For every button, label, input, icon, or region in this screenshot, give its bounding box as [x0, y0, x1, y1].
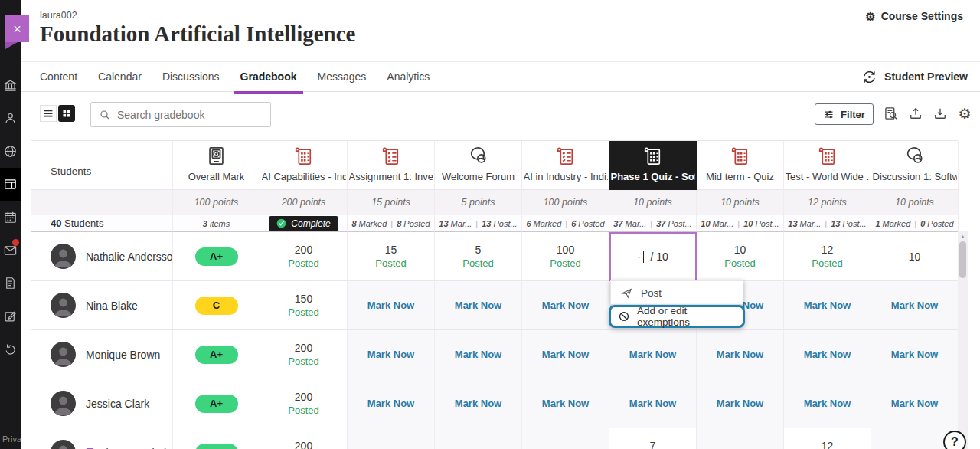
column-header-6[interactable]: Mid term - Quiz: [697, 141, 784, 190]
students-column-header[interactable]: Students: [31, 141, 173, 190]
mark-now-link[interactable]: Mark Now: [368, 349, 414, 360]
mark-now-link[interactable]: Mark Now: [368, 398, 414, 409]
mark-now-link[interactable]: Mark Now: [368, 300, 414, 311]
score-cell[interactable]: Mark Now: [609, 379, 697, 428]
score-cell[interactable]: Mark Now: [609, 330, 697, 379]
vertical-scrollbar[interactable]: ▲: [958, 231, 968, 449]
column-header-7[interactable]: Test - World Wide ...: [784, 141, 871, 190]
score-cell[interactable]: 200Posted: [260, 428, 348, 449]
institution-icon[interactable]: [0, 69, 21, 102]
grid-view-icon[interactable]: [58, 105, 75, 122]
score-cell[interactable]: Mark Now: [784, 379, 871, 428]
scrollbar-thumb[interactable]: [959, 241, 966, 278]
download-icon[interactable]: [932, 105, 949, 122]
menu-item-post[interactable]: Post: [611, 281, 743, 304]
mark-now-link[interactable]: Mark Now: [717, 398, 763, 409]
upload-icon[interactable]: [907, 105, 924, 122]
tab-discussions[interactable]: Discussions: [162, 62, 220, 91]
score-cell[interactable]: 150Posted: [260, 281, 348, 330]
score-cell[interactable]: Mark Now: [435, 281, 522, 330]
student-cell[interactable]: Florence Clark: [31, 428, 173, 449]
score-cell[interactable]: Mark Now: [348, 428, 435, 449]
overall-grade-cell[interactable]: A+: [173, 330, 260, 379]
score-cell[interactable]: Mark Now: [522, 428, 609, 449]
score-cell[interactable]: Mark Now: [348, 330, 435, 379]
score-cell[interactable]: 12Posted: [784, 232, 871, 281]
score-cell[interactable]: Mark Now: [697, 428, 784, 449]
score-cell[interactable]: Mark Now: [784, 281, 871, 330]
student-cell[interactable]: Nathalie Andersson: [31, 232, 173, 281]
mark-now-link[interactable]: Mark Now: [804, 349, 851, 360]
mark-now-link[interactable]: Mark Now: [891, 398, 938, 409]
mark-now-link[interactable]: Mark Now: [891, 349, 938, 360]
grade-edit-cell[interactable]: -/ 10: [609, 232, 697, 281]
profile-icon[interactable]: [0, 102, 21, 135]
tab-content[interactable]: Content: [40, 62, 77, 91]
column-header-5[interactable]: Phase 1 Quiz - Soft...: [609, 141, 697, 190]
mark-now-link[interactable]: Mark Now: [629, 398, 676, 409]
overall-grade-cell[interactable]: A+: [173, 232, 260, 281]
score-cell[interactable]: Mark Now: [784, 330, 871, 379]
column-header-3[interactable]: Welcome Forum: [435, 141, 522, 190]
mark-now-link[interactable]: Mark Now: [804, 398, 851, 409]
score-cell[interactable]: 10Posted: [697, 232, 784, 281]
search-input[interactable]: [117, 109, 270, 121]
messages-icon[interactable]: [0, 234, 21, 267]
help-button[interactable]: ?: [943, 431, 966, 449]
student-cell[interactable]: Nina Blake: [31, 281, 173, 330]
scroll-up-arrow[interactable]: ▲: [958, 231, 968, 239]
courses-icon[interactable]: [0, 168, 21, 201]
calendar-icon[interactable]: [0, 201, 21, 234]
mark-now-link[interactable]: Mark Now: [542, 300, 589, 311]
score-cell[interactable]: 7Posted: [609, 428, 697, 449]
mark-now-link[interactable]: Mark Now: [455, 349, 501, 360]
column-header-1[interactable]: AI Capabilities - Ind...: [260, 141, 348, 190]
mark-now-link[interactable]: Mark Now: [717, 349, 763, 360]
overall-grade-cell[interactable]: A+: [173, 379, 260, 428]
settings-gear-icon[interactable]: ⚙: [956, 105, 973, 122]
score-cell[interactable]: Mark Now: [522, 330, 609, 379]
score-cell[interactable]: 10: [871, 232, 959, 281]
student-preview-button[interactable]: Student Preview: [861, 69, 968, 85]
score-cell[interactable]: Mark Now: [697, 379, 784, 428]
score-cell[interactable]: Mark Now: [435, 330, 522, 379]
close-course-button[interactable]: ×: [5, 15, 29, 42]
tab-calendar[interactable]: Calendar: [98, 62, 142, 91]
tab-gradebook[interactable]: Gradebook: [240, 62, 297, 91]
score-cell[interactable]: Mark Now: [871, 379, 959, 428]
column-header-2[interactable]: Assignment 1: Inve...: [348, 141, 435, 190]
sign-out-icon[interactable]: [0, 333, 21, 365]
student-cell[interactable]: Jessica Clark: [31, 379, 173, 428]
filter-button[interactable]: Filter: [815, 103, 874, 125]
score-cell[interactable]: Mark Now: [522, 281, 609, 330]
list-view-icon[interactable]: [40, 105, 57, 122]
score-cell[interactable]: 200Posted: [260, 379, 348, 428]
score-cell[interactable]: Mark Now: [871, 330, 959, 379]
search-report-icon[interactable]: [883, 105, 900, 122]
course-settings-button[interactable]: ⚙ Course Settings: [865, 10, 963, 22]
score-cell[interactable]: Mark Now: [435, 379, 522, 428]
mark-now-link[interactable]: Mark Now: [629, 349, 676, 360]
score-cell[interactable]: Mark Now: [697, 330, 784, 379]
menu-item-exemptions[interactable]: Add or edit exemptions: [609, 305, 745, 328]
score-cell[interactable]: 100Posted: [522, 232, 609, 281]
column-header-overall-mark[interactable]: ★Overall Mark: [173, 141, 260, 190]
mark-now-link[interactable]: Mark Now: [455, 398, 501, 409]
mark-now-link[interactable]: Mark Now: [804, 300, 851, 311]
grades-icon[interactable]: [0, 267, 21, 300]
student-cell[interactable]: Monique Brown: [31, 330, 173, 379]
column-header-8[interactable]: Discussion 1: Softw.: [871, 141, 959, 190]
globe-icon[interactable]: [0, 135, 21, 168]
score-cell[interactable]: 5Posted: [435, 232, 522, 281]
mark-now-link[interactable]: Mark Now: [455, 300, 501, 311]
overall-grade-cell[interactable]: [173, 428, 260, 449]
mark-now-link[interactable]: Mark Now: [891, 300, 938, 311]
score-cell[interactable]: Mark Now: [871, 281, 959, 330]
score-cell[interactable]: Mark Now: [348, 379, 435, 428]
privacy-link[interactable]: Priva: [2, 434, 21, 444]
tab-messages[interactable]: Messages: [317, 62, 366, 91]
score-cell[interactable]: 12Posted: [784, 428, 871, 449]
tab-analytics[interactable]: Analytics: [387, 62, 430, 91]
score-cell[interactable]: Mark Now: [348, 281, 435, 330]
score-cell[interactable]: 200Posted: [260, 330, 348, 379]
